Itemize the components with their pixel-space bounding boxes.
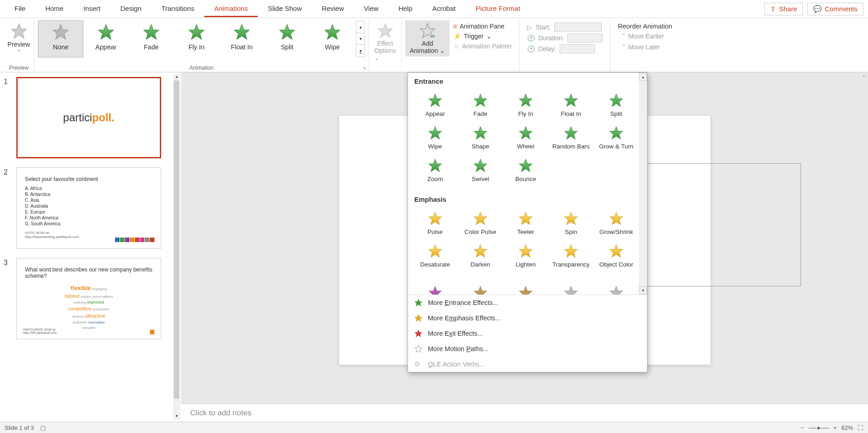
zoom-slider[interactable]: ──●──: [809, 424, 829, 431]
star-yellow-icon: [564, 244, 578, 258]
animation-painter-button: ☆ Animation Painter: [453, 43, 512, 50]
start-field[interactable]: [554, 23, 602, 32]
star-green-icon: [473, 126, 488, 140]
gallery-float-in[interactable]: Float In: [219, 20, 264, 57]
emphasis-transparency[interactable]: Transparency: [548, 239, 594, 272]
star-icon: [609, 285, 623, 295]
tab-review[interactable]: Review: [312, 1, 354, 17]
poll-option: F. North America: [25, 215, 153, 220]
entrance-wipe[interactable]: Wipe: [412, 121, 458, 154]
emphasis-darken[interactable]: Darken: [458, 239, 503, 272]
trigger-button[interactable]: ⚡ Trigger ⌄: [453, 33, 512, 40]
emphasis-partial[interactable]: [458, 276, 503, 295]
tab-picture-format[interactable]: Picture Format: [465, 1, 530, 17]
emphasis-pulse[interactable]: Pulse: [412, 207, 458, 239]
gallery-more[interactable]: ▾̲: [356, 45, 364, 57]
clock-icon: 🕑: [527, 45, 535, 52]
scroll-up[interactable]: ▴: [639, 73, 647, 81]
tab-insert[interactable]: Insert: [73, 1, 110, 17]
slide-thumbnail-2[interactable]: Select your favourite continent A. Afric…: [16, 167, 161, 249]
poll-option: B. Antarctica: [25, 192, 153, 197]
entrance-appear[interactable]: Appear: [412, 89, 458, 121]
poll-option: C. Asia: [25, 198, 153, 203]
entrance-float-in[interactable]: Float In: [548, 89, 594, 121]
entrance-fly-in[interactable]: Fly In: [503, 89, 548, 121]
entrance-split[interactable]: Split: [594, 89, 639, 121]
share-button[interactable]: ⇪ Share: [764, 3, 803, 15]
star-yellow-icon: [428, 244, 442, 258]
gallery-fade[interactable]: Fade: [129, 20, 174, 57]
thumb-content: What word best describes our new company…: [17, 258, 161, 339]
star-icon: [278, 24, 296, 41]
emphasis-partial[interactable]: [503, 276, 548, 295]
emphasis-color-pulse[interactable]: Color Pulse: [458, 207, 503, 239]
entrance-fade[interactable]: Fade: [458, 89, 503, 121]
star-icon: [518, 285, 533, 295]
scroll-down[interactable]: ▾: [639, 286, 647, 295]
tab-animations[interactable]: Animations: [204, 1, 258, 17]
gallery-wipe[interactable]: Wipe: [310, 20, 355, 57]
emphasis-desaturate[interactable]: Desaturate: [412, 239, 458, 272]
zoom-value: 62%: [841, 424, 853, 431]
gallery-appear[interactable]: Appear: [83, 20, 129, 57]
comments-button[interactable]: 💬 Comments: [807, 3, 863, 15]
more-entrance-button[interactable]: More Entrance Effects...: [408, 295, 647, 310]
more-emphasis-button[interactable]: More Emphasis Effects...: [408, 310, 647, 326]
more-motion-button[interactable]: More Motion Paths...: [408, 341, 647, 357]
emphasis-header: Emphasis: [408, 191, 647, 205]
fit-icon[interactable]: ⛶: [858, 424, 863, 431]
entrance-grow-turn[interactable]: Grow & Turn: [594, 121, 639, 154]
star-icon: [233, 24, 250, 41]
emphasis-partial[interactable]: [412, 276, 458, 295]
entrance-wheel[interactable]: Wheel: [503, 121, 548, 154]
tab-slide-show[interactable]: Slide Show: [258, 1, 312, 17]
tab-transitions[interactable]: Transitions: [151, 1, 204, 17]
zoom-out[interactable]: −: [801, 424, 804, 431]
star-yellow-icon: [564, 211, 578, 226]
entrance-bounce[interactable]: Bounce: [503, 154, 548, 186]
star-gear-icon: [377, 23, 393, 39]
tab-view[interactable]: View: [354, 1, 388, 17]
tab-help[interactable]: Help: [388, 1, 422, 17]
animation-pane-button[interactable]: ⎚ Animation Pane: [453, 23, 512, 30]
more-exit-button[interactable]: More Exit Effects...: [408, 326, 647, 341]
gallery-fly-in[interactable]: Fly In: [174, 20, 219, 57]
gallery-down[interactable]: ▾: [356, 33, 364, 45]
entrance-zoom[interactable]: Zoom: [412, 154, 458, 186]
emphasis-spin[interactable]: Spin: [548, 207, 594, 239]
emphasis-lighten[interactable]: Lighten: [503, 239, 548, 272]
thumbnail-scrollbar[interactable]: ▴ ▾: [173, 74, 180, 420]
reorder-group: Reorder Animation ˄ Move Earlier ˅ Move …: [610, 20, 679, 72]
entrance-swivel[interactable]: Swivel: [458, 154, 503, 186]
chevron-down-icon: ⌄: [17, 47, 21, 52]
dialog-launcher[interactable]: ↘: [362, 65, 366, 70]
tab-design[interactable]: Design: [110, 1, 152, 17]
zoom-in[interactable]: +: [833, 424, 837, 431]
emphasis-partial[interactable]: [594, 276, 639, 295]
tab-file[interactable]: File: [5, 1, 35, 17]
entrance-random-bars[interactable]: Random Bars: [548, 121, 594, 154]
delay-field[interactable]: [560, 44, 595, 53]
emphasis-partial[interactable]: [548, 276, 594, 295]
slide-thumbnail-3[interactable]: What word best describes our new company…: [16, 258, 161, 339]
gallery-none[interactable]: None: [38, 20, 83, 57]
slide-thumbnail-1[interactable]: participoll.: [16, 77, 161, 158]
group-label: Preview: [4, 65, 34, 71]
duration-field[interactable]: [567, 33, 603, 43]
notes-pane[interactable]: Click to add notes: [181, 404, 868, 422]
gallery-split[interactable]: Split: [264, 20, 310, 57]
emphasis-grow-shrink[interactable]: Grow/Shrink: [594, 207, 639, 239]
star-icon: [143, 24, 160, 41]
tab-home[interactable]: Home: [35, 1, 73, 17]
add-animation-button[interactable]: + Add Animation ⌄: [405, 20, 450, 57]
emphasis-object-color[interactable]: Object Color: [594, 239, 639, 272]
panel-scrollbar[interactable]: ▴ ▾: [639, 73, 647, 295]
entrance-shape[interactable]: Shape: [458, 121, 503, 154]
comments-label: Comments: [825, 5, 858, 13]
preview-button[interactable]: Preview ⌄: [3, 20, 35, 54]
notes-icon[interactable]: ▢: [40, 424, 46, 431]
emphasis-teeter[interactable]: Teeter: [503, 207, 548, 239]
gallery-up[interactable]: ▴: [356, 21, 364, 33]
menubar-right: ⇪ Share 💬 Comments: [764, 3, 863, 15]
tab-acrobat[interactable]: Acrobat: [422, 1, 466, 17]
